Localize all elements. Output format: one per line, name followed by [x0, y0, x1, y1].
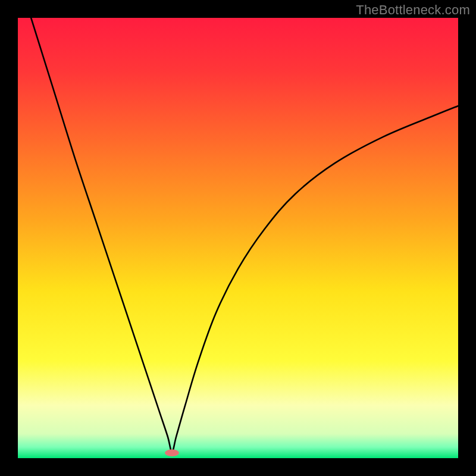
chart-plot-area [18, 18, 458, 458]
apex-marker [165, 449, 179, 456]
outer-frame: TheBottleneck.com [0, 0, 476, 476]
chart-svg [18, 18, 458, 458]
watermark-text: TheBottleneck.com [356, 2, 470, 18]
gradient-background [18, 18, 458, 458]
